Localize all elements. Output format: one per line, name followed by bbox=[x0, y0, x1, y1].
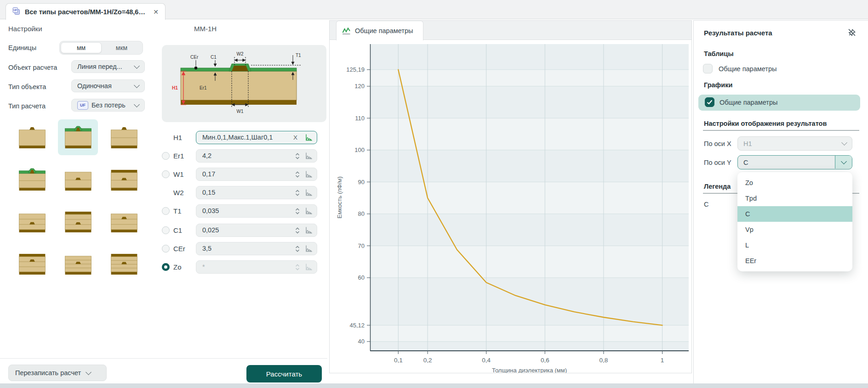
document-tab[interactable]: UF Все типы расчетов/ММ-1Н/Zo=48,6713...… bbox=[6, 3, 166, 20]
svg-text:0,4: 0,4 bbox=[482, 357, 491, 364]
param-label: C1 bbox=[173, 226, 182, 234]
graphs-heading: Графики bbox=[704, 81, 732, 89]
chart-tab-general-params[interactable]: Общие параметры bbox=[336, 21, 423, 40]
stepper-icon[interactable] bbox=[295, 189, 300, 199]
svg-text:H1: H1 bbox=[172, 85, 178, 90]
param-label: H1 bbox=[173, 134, 182, 141]
param-input-CEr[interactable]: 3,5 bbox=[196, 242, 317, 255]
param-radio-CEr[interactable] bbox=[162, 245, 170, 253]
histogram-icon[interactable] bbox=[305, 244, 313, 255]
histogram-icon[interactable] bbox=[305, 170, 313, 180]
stepper-icon[interactable] bbox=[295, 170, 300, 180]
clear-button[interactable]: X bbox=[293, 131, 297, 144]
rewrite-calculation-button[interactable]: Перезаписать расчет bbox=[8, 365, 107, 381]
histogram-icon[interactable] bbox=[305, 152, 313, 162]
object-type-select[interactable]: Одиночная bbox=[71, 79, 145, 92]
divider bbox=[0, 358, 327, 359]
stepper-icon[interactable] bbox=[295, 207, 300, 217]
param-radio-Zo[interactable] bbox=[162, 263, 170, 271]
chevron-down-icon bbox=[134, 82, 140, 88]
dropdown-option-C[interactable]: C bbox=[737, 206, 852, 222]
param-input-H1[interactable]: Мин.0,1,Макс.1,Шаг0,1X bbox=[196, 131, 317, 144]
histogram-icon[interactable] bbox=[305, 133, 313, 144]
tables-checkbox[interactable] bbox=[703, 64, 713, 73]
param-radio-C1[interactable] bbox=[162, 226, 170, 234]
graphs-checkbox[interactable] bbox=[705, 97, 714, 107]
stepper-icon[interactable] bbox=[295, 152, 300, 162]
units-toggle[interactable]: мм мкм bbox=[59, 41, 143, 55]
dropdown-option-Tpd[interactable]: Tpd bbox=[737, 191, 852, 206]
structure-thumbnail-8[interactable] bbox=[58, 203, 98, 239]
calc-type-label: Тип расчета bbox=[8, 102, 46, 110]
calc-type-select[interactable]: UF Без потерь bbox=[71, 99, 145, 112]
structure-thumbnail-2[interactable] bbox=[58, 119, 98, 155]
axis-x-select[interactable]: H1 bbox=[737, 136, 852, 151]
param-radio-T1[interactable] bbox=[162, 207, 170, 215]
param-value: * bbox=[202, 261, 205, 273]
chevron-down-icon bbox=[134, 101, 140, 107]
svg-text:Емкость (пФ/м): Емкость (пФ/м) bbox=[336, 176, 343, 219]
structure-thumbnail-6[interactable] bbox=[104, 162, 144, 197]
axis-y-select[interactable]: C bbox=[737, 155, 852, 169]
dropdown-option-L[interactable]: L bbox=[737, 237, 852, 253]
unpin-icon[interactable] bbox=[847, 28, 857, 37]
structure-thumbnail-9[interactable] bbox=[104, 203, 144, 239]
dropdown-option-EEr[interactable]: EEr bbox=[737, 253, 852, 269]
svg-text:0,8: 0,8 bbox=[600, 357, 608, 364]
param-radio-Er1[interactable] bbox=[162, 152, 170, 160]
svg-text:UF: UF bbox=[13, 8, 17, 11]
uf-badge-icon: UF bbox=[77, 101, 88, 110]
structure-thumbnail-10[interactable] bbox=[12, 246, 52, 281]
cross-section-icon bbox=[18, 168, 46, 191]
tables-checkbox-label: Общие параметры bbox=[719, 65, 777, 73]
chart-plot[interactable]: 125,191201101009080706045,12400,10,20,40… bbox=[330, 40, 691, 373]
param-input-Er1[interactable]: 4,2 bbox=[196, 149, 317, 163]
structure-thumbnail-4[interactable] bbox=[12, 162, 52, 197]
axis-x-label: По оси X bbox=[704, 140, 731, 147]
structure-thumbnail-7[interactable] bbox=[12, 203, 52, 239]
structure-thumbnail-11[interactable] bbox=[58, 246, 98, 281]
legend-heading: Легенда bbox=[704, 183, 731, 190]
stepper-icon[interactable] bbox=[295, 226, 300, 236]
histogram-icon[interactable] bbox=[305, 188, 313, 199]
param-input-C1[interactable]: 0,025 bbox=[196, 224, 317, 237]
param-input-T1[interactable]: 0,035 bbox=[196, 204, 317, 218]
dropdown-option-Vp[interactable]: Vp bbox=[737, 222, 852, 237]
calculate-button[interactable]: Рассчитать bbox=[246, 365, 322, 382]
object-type-label: Тип объекта bbox=[8, 83, 46, 90]
histogram-icon[interactable] bbox=[305, 226, 313, 236]
svg-text:CEr: CEr bbox=[190, 55, 199, 60]
stepper-icon[interactable] bbox=[295, 263, 300, 273]
tab-title: Все типы расчетов/ММ-1Н/Zo=48,6713... bbox=[25, 8, 148, 16]
units-option-mm[interactable]: мм bbox=[61, 42, 102, 53]
param-label: W1 bbox=[173, 170, 184, 178]
param-value: 0,17 bbox=[202, 168, 215, 180]
svg-text:T1: T1 bbox=[296, 53, 301, 58]
svg-text:90: 90 bbox=[358, 179, 365, 186]
calculate-label: Рассчитать bbox=[266, 370, 302, 378]
structure-thumbnail-12[interactable] bbox=[104, 246, 144, 281]
dropdown-option-Zo[interactable]: Zo bbox=[737, 175, 852, 191]
calc-type-value: Без потерь bbox=[91, 101, 126, 109]
tab-close-icon[interactable]: ✕ bbox=[152, 8, 160, 16]
structure-thumbnail-3[interactable] bbox=[104, 119, 144, 155]
svg-text:60: 60 bbox=[358, 274, 365, 281]
structure-thumbnail-1[interactable] bbox=[12, 119, 52, 155]
histogram-icon[interactable] bbox=[305, 207, 313, 217]
stepper-icon[interactable] bbox=[295, 245, 300, 255]
param-row-CEr: CEr3,5 bbox=[161, 242, 326, 256]
param-radio-W1[interactable] bbox=[162, 170, 170, 178]
cross-section-icon bbox=[64, 210, 92, 233]
cross-section-diagram: W2 W1 T1 CEr C1 H1 Er1 bbox=[162, 45, 326, 122]
units-option-mkm[interactable]: мкм bbox=[102, 42, 142, 53]
calc-object-select[interactable]: Линия перед... bbox=[71, 60, 145, 73]
graphs-checkbox-label: Общие параметры bbox=[720, 99, 777, 106]
structure-thumbnail-5[interactable] bbox=[58, 162, 98, 197]
axis-y-select-chevron[interactable] bbox=[835, 156, 852, 169]
param-input-W1[interactable]: 0,17 bbox=[196, 168, 317, 181]
svg-text:70: 70 bbox=[358, 242, 365, 249]
chart-tab-bar: Общие параметры bbox=[330, 21, 691, 40]
histogram-icon[interactable] bbox=[305, 263, 313, 273]
param-input-W2[interactable]: 0,15 bbox=[196, 186, 317, 199]
param-input-Zo[interactable]: * bbox=[196, 260, 317, 274]
